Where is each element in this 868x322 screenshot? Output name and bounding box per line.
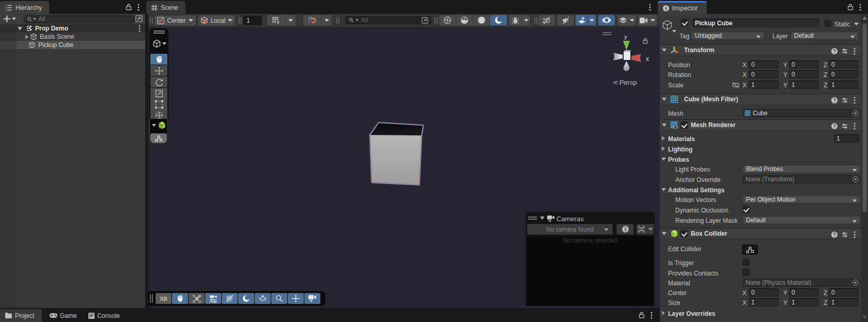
- svg-text:y: y: [624, 34, 627, 40]
- svg-text:Y: Y: [276, 20, 280, 25]
